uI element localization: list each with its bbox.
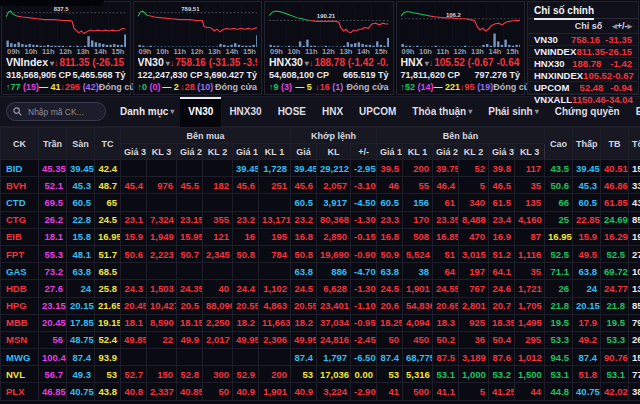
table-row: EIB18.115.816.9515.91,94915.951211619516… xyxy=(1,228,640,245)
price-cell: 53.3 xyxy=(601,331,629,348)
price-cell: 4,160 xyxy=(515,211,545,228)
ticker-cell[interactable]: CTG xyxy=(1,211,39,228)
price-cell: 51 xyxy=(433,245,459,262)
price-cell: 61.5 xyxy=(489,194,515,211)
unchanged-count: — 5 xyxy=(295,81,312,93)
price-cell: 16.9 xyxy=(489,228,515,245)
price-cell: 976 xyxy=(147,177,177,194)
tab-hose[interactable]: HOSE xyxy=(270,97,314,127)
ticker-cell[interactable]: PLX xyxy=(1,383,39,400)
price-cell: 4,863 xyxy=(259,297,291,314)
price-cell: 56 xyxy=(39,331,67,348)
price-cell: 2,801 xyxy=(459,297,489,314)
ticker-cell[interactable]: BID xyxy=(1,160,39,177)
price-cell: 197 xyxy=(459,263,489,280)
time-label: 09h xyxy=(270,47,283,56)
ticker-cell[interactable]: BVH xyxy=(1,177,39,194)
price-cell: 470 xyxy=(459,228,489,245)
price-cell: 200 xyxy=(403,160,433,177)
price-cell: 87.6 xyxy=(489,349,515,366)
chevron-down-icon: ▾ xyxy=(535,107,539,116)
price-cell: 50.7 xyxy=(177,245,203,262)
price-cell: 24.69 xyxy=(601,211,629,228)
price-cell xyxy=(259,263,291,280)
session-status: Đóng cửa xyxy=(215,81,257,93)
price-cell: 1,000 xyxy=(459,366,489,383)
tab-thỏa-thuận[interactable]: Thỏa thuận▾ xyxy=(404,97,480,127)
ticker-cell[interactable]: EIB xyxy=(1,228,39,245)
price-cell: 20.45 xyxy=(39,314,67,331)
ticker-cell[interactable]: GAS xyxy=(1,263,39,280)
price-cell: 23.3 xyxy=(377,211,403,228)
group-sell: Bên bán xyxy=(377,128,545,144)
price-cell: 53.1 xyxy=(433,366,459,383)
ticker-cell[interactable]: NVL xyxy=(1,366,39,383)
index-row-hnx30[interactable]: HNX30188.78-1.42 xyxy=(528,58,638,70)
price-cell: 17.9 xyxy=(573,314,601,331)
ticker-cell[interactable]: MWG xyxy=(1,349,39,366)
index-value: ↓188.78 (-1.42 -0.75%) xyxy=(309,56,389,70)
index-row-hnxindex[interactable]: HNXINDEX105.52-0.67 xyxy=(528,70,638,82)
price-cell: 73.2 xyxy=(39,263,67,280)
search-input[interactable] xyxy=(26,106,99,118)
index-row-upcom[interactable]: UPCOM52.48-0.94 xyxy=(528,82,638,94)
price-cell: 23.4 xyxy=(489,211,515,228)
search-box[interactable] xyxy=(6,102,106,121)
index-name-select[interactable]: HNX▾ xyxy=(401,56,429,70)
indices-panel-title: Chỉ số chính xyxy=(528,2,638,19)
table-row: BVH52.145.348.745.497645.518245.625145.6… xyxy=(1,177,640,194)
tab-vn30[interactable]: VN30 xyxy=(180,97,221,127)
market-overview: 837.5 09h10h11h12h13h14h15h VNIndex▾ ↓81… xyxy=(0,0,640,97)
tab-chứng-quyền[interactable]: Chứng quyền xyxy=(547,97,628,127)
down-arrow-icon: ↓ xyxy=(309,58,314,68)
col-san: Sàn xyxy=(67,128,95,160)
price-cell: 152, xyxy=(629,160,640,177)
index-volume: 54,608,100 CP xyxy=(269,70,329,81)
index-change: -0.67 xyxy=(612,70,634,81)
price-cell: 5,524 xyxy=(403,245,433,262)
ticker-cell[interactable]: CTD xyxy=(1,194,39,211)
index-name-select[interactable]: VN30▾ xyxy=(138,56,170,70)
index-name-select[interactable]: VNIndex▾ xyxy=(6,56,54,70)
index-row-vnindex[interactable]: VNINDEX811.35-26.15 xyxy=(528,46,638,58)
price-cell: 45.6 xyxy=(291,177,317,194)
time-label: 14h xyxy=(357,47,370,56)
table-row: CTD69.560.56560.53,917-4.5060.5156613406… xyxy=(1,194,640,211)
time-label: 15h xyxy=(111,47,124,56)
tab-hnx30[interactable]: HNX30 xyxy=(221,97,269,127)
price-cell: 19,690 xyxy=(317,245,351,262)
index-value: 105.52 xyxy=(583,70,612,81)
price-cell: 52.8 xyxy=(177,366,203,383)
time-axis: 09h10h11h12h13h14h15h xyxy=(401,47,521,56)
tab-phái-sinh[interactable]: Phái sinh▾ xyxy=(480,97,546,127)
price-cell: 18.15 xyxy=(177,314,203,331)
price-cell xyxy=(147,349,177,366)
tab-etf[interactable]: ETF▾ xyxy=(628,97,640,127)
tab-upcom[interactable]: UPCOM xyxy=(351,97,404,127)
index-name-select[interactable]: HNX30▾ xyxy=(269,56,309,70)
change-mode-toggle[interactable]: ◂+/-▸ xyxy=(612,21,632,31)
ticker-cell[interactable]: MBB xyxy=(1,314,39,331)
indices-col-name: Chỉ số xyxy=(575,21,603,31)
price-cell: 26 xyxy=(545,280,573,297)
price-cell xyxy=(203,263,233,280)
price-cell: 20.45 xyxy=(121,297,147,314)
ticker-cell[interactable]: FPT xyxy=(1,245,39,262)
time-label: 13h xyxy=(471,47,484,56)
price-cell: 52.9 xyxy=(233,366,259,383)
ticker-cell[interactable]: MSN xyxy=(1,331,39,348)
menu-danh-muc[interactable]: Danh mục▾ xyxy=(120,106,174,117)
price-cell: 43, xyxy=(629,194,640,211)
arrow-right-icon[interactable]: ▸ xyxy=(627,21,632,31)
price-cell: 1,901 xyxy=(259,383,291,400)
ticker-cell[interactable]: HPG xyxy=(1,297,39,314)
price-cell: 52.1 xyxy=(39,177,67,194)
price-cell: 63.8 xyxy=(67,263,95,280)
indices-panel-header: Chỉ số ◂+/-▸ xyxy=(528,19,638,34)
tab-hnx[interactable]: HNX xyxy=(314,97,351,127)
index-row-vn30[interactable]: VN30758.16-31.35 xyxy=(528,34,638,46)
price-cell: 49.85 xyxy=(121,331,147,348)
market-tabs: VN30HNX30HOSEHNXUPCOMThỏa thuận▾Phái sin… xyxy=(180,97,640,127)
index-turnover: 665.519 Tỷ xyxy=(343,70,389,81)
ticker-cell[interactable]: HDB xyxy=(1,280,39,297)
